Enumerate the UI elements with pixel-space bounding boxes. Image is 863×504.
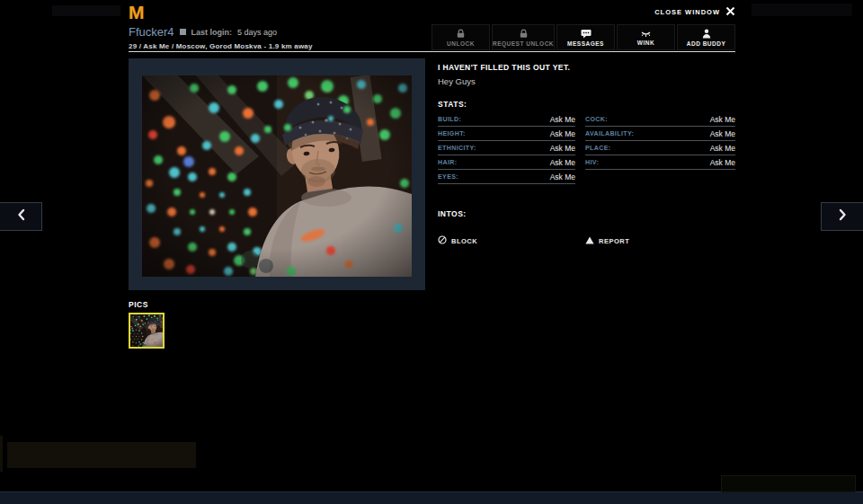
brand-logo: M [129, 2, 144, 23]
unlock-label: UNLOCK [447, 40, 475, 47]
background-artifact [752, 4, 852, 16]
profile-details-panel: I HAVEN'T FILLED THIS OUT YET. Hey Guys … [438, 58, 735, 246]
pics-section: PICS [129, 300, 165, 349]
stat-value: Ask Me [710, 115, 735, 124]
close-icon [725, 6, 735, 18]
stat-value: Ask Me [710, 158, 735, 167]
block-label: BLOCK [451, 237, 477, 245]
stat-label: HAIR: [438, 159, 457, 165]
stat-value: Ask Me [710, 129, 735, 138]
lock-icon [456, 29, 466, 39]
wink-button[interactable]: WINK [617, 24, 675, 50]
stat-value: Ask Me [550, 158, 575, 167]
profile-modal: M CLOSE WINDOW Ffucker4 Last login: 5 da… [129, 0, 735, 504]
photo-thumbnail-selected[interactable] [129, 313, 165, 349]
wink-label: WINK [637, 40, 654, 46]
stat-row-build: BUILD: Ask Me [438, 112, 575, 127]
profile-photo [142, 75, 412, 277]
stat-row-eyes: EYES: Ask Me [438, 170, 575, 184]
stat-row-availability: AVAILABILITY: Ask Me [585, 127, 735, 141]
stat-row-place: PLACE: Ask Me [585, 141, 735, 155]
stat-value: Ask Me [550, 144, 575, 153]
stat-label: HIV: [585, 159, 599, 165]
lock-icon [519, 29, 529, 39]
wink-icon [640, 29, 652, 38]
report-label: REPORT [599, 237, 629, 245]
block-button[interactable]: BLOCK [438, 235, 585, 246]
profile-header: Ffucker4 Last login: 5 days ago 29 / Ask… [129, 24, 735, 52]
chevron-left-icon [17, 208, 25, 225]
stats-grid: BUILD: Ask Me HEIGHT: Ask Me ETHNICITY: … [438, 112, 735, 184]
messages-label: MESSAGES [567, 40, 604, 47]
stat-label: AVAILABILITY: [585, 130, 634, 137]
last-login-label: Last login: [191, 28, 233, 37]
request-unlock-label: REQUEST UNLOCK [493, 40, 554, 47]
stat-row-cock: COCK: Ask Me [585, 112, 735, 127]
report-button[interactable]: REPORT [585, 235, 629, 246]
last-login-value: 5 days ago [237, 28, 277, 37]
stat-label: ETHNICITY: [438, 145, 476, 151]
stat-label: EYES: [438, 173, 458, 180]
moderation-row: BLOCK REPORT [438, 235, 735, 246]
stats-title: STATS: [438, 100, 735, 109]
stat-label: BUILD: [438, 116, 461, 122]
chevron-right-icon [839, 208, 847, 225]
add-buddy-label: ADD BUDDY [687, 40, 726, 47]
intos-title: INTOS: [438, 209, 735, 218]
next-profile-button[interactable] [821, 202, 863, 231]
about-headline: I HAVEN'T FILLED THIS OUT YET. [438, 63, 735, 72]
about-body: Hey Guys [438, 76, 735, 86]
profile-summary: 29 / Ask Me / Moscow, Gorod Moskva - 1.9… [129, 42, 313, 50]
stats-column-left: BUILD: Ask Me HEIGHT: Ask Me ETHNICITY: … [438, 112, 575, 184]
stat-label: COCK: [585, 116, 608, 122]
stat-row-hair: HAIR: Ask Me [438, 155, 575, 170]
previous-profile-button[interactable] [0, 202, 42, 231]
background-artifact [52, 5, 120, 16]
stat-value: Ask Me [550, 172, 575, 181]
pics-title: PICS [129, 300, 165, 309]
stat-row-ethnicity: ETHNICITY: Ask Me [438, 141, 575, 155]
main-photo-card [129, 58, 425, 290]
add-buddy-button[interactable]: ADD BUDDY [677, 24, 735, 50]
close-window-label: CLOSE WINDOW [654, 8, 720, 16]
stats-column-right: COCK: Ask Me AVAILABILITY: Ask Me PLACE:… [585, 112, 735, 170]
username: Ffucker4 [129, 25, 174, 39]
block-icon [438, 235, 447, 246]
report-icon [585, 236, 594, 246]
person-icon [702, 29, 711, 39]
request-unlock-button[interactable]: REQUEST UNLOCK [492, 24, 555, 50]
status-indicator [180, 29, 186, 35]
background-artifact [0, 436, 3, 472]
stat-value: Ask Me [550, 115, 575, 124]
messages-button[interactable]: MESSAGES [556, 24, 615, 50]
stat-value: Ask Me [550, 129, 575, 138]
background-artifact [721, 475, 856, 492]
stat-label: HEIGHT: [438, 130, 466, 137]
stat-row-height: HEIGHT: Ask Me [438, 127, 575, 141]
stat-value: Ask Me [710, 144, 735, 153]
user-info: Ffucker4 Last login: 5 days ago 29 / Ask… [129, 25, 313, 50]
action-bar: UNLOCK REQUEST UNLOCK MESSAGES WINK [432, 24, 735, 50]
stat-row-hiv: HIV: Ask Me [585, 155, 735, 170]
chat-icon [581, 29, 592, 39]
stat-label: PLACE: [585, 145, 610, 151]
unlock-button[interactable]: UNLOCK [432, 24, 490, 50]
close-window-button[interactable]: CLOSE WINDOW [654, 6, 735, 18]
